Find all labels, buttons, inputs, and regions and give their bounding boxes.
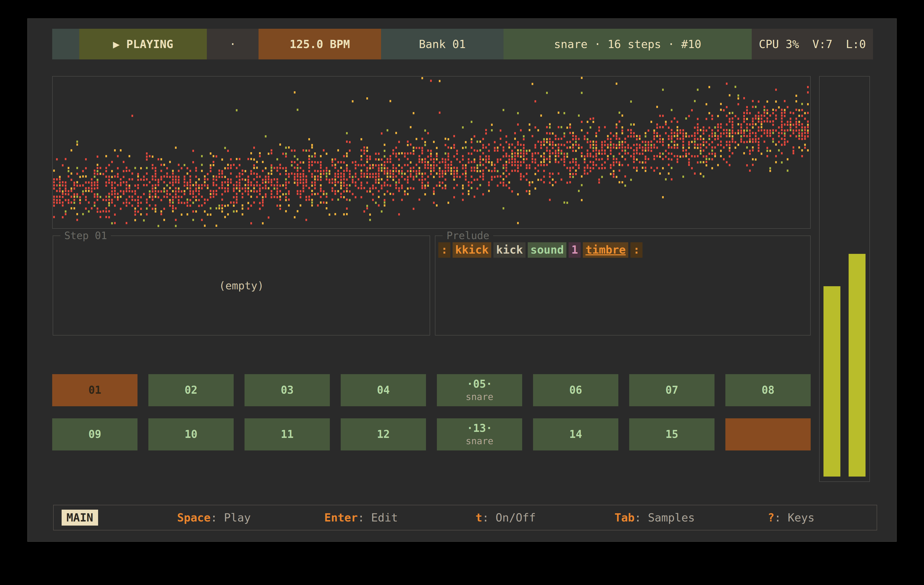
step-empty-text: (empty) [219, 279, 264, 292]
hint-play: Space: Play [177, 511, 251, 524]
vu-meter-right-bar [849, 254, 866, 476]
waveform-scatter [53, 77, 810, 228]
transport-status[interactable]: ▶ PLAYING [79, 29, 207, 59]
bank-display[interactable]: Bank 01 [381, 29, 503, 59]
top-bar: ▶ PLAYING · 125.0 BPM Bank 01 snare · 16… [52, 29, 873, 59]
step-label: 09 [88, 428, 101, 440]
code-token: : [438, 242, 450, 258]
step-label: 11 [281, 428, 294, 440]
step-label: 08 [762, 384, 774, 396]
vu-meter-left-bar [823, 286, 840, 476]
step-button-01[interactable]: 01 [52, 374, 137, 406]
bpm-value: 125.0 BPM [290, 38, 350, 51]
step-button-11[interactable]: 11 [244, 419, 330, 450]
cpu-stats-label: CPU 3% V:7 L:0 [759, 38, 866, 51]
step-label: 10 [185, 428, 197, 440]
track-info[interactable]: snare · 16 steps · #10 [503, 29, 752, 59]
step-label: 04 [377, 384, 390, 396]
code-token: 1 [569, 242, 581, 258]
code-token: kkick [452, 242, 491, 258]
step-button-12[interactable]: 12 [341, 419, 426, 450]
step-sample-name: snare [465, 436, 493, 447]
cpu-stats: CPU 3% V:7 L:0 [752, 29, 873, 59]
hint-onoff: t: On/Off [475, 511, 536, 524]
track-info-label: snare · 16 steps · #10 [554, 38, 701, 51]
status-bar: MAIN Space: Play Enter: Edit t: On/Off T… [53, 505, 877, 531]
hint-samples: Tab: Samples [614, 511, 695, 524]
separator-segment: · [207, 29, 259, 59]
prelude-panel[interactable]: Prelude : kkick kick sound 1 timbre : [435, 236, 811, 336]
step-button-10[interactable]: 10 [148, 419, 234, 450]
code-token: kick [493, 242, 526, 258]
step-button-15[interactable]: 15 [629, 419, 714, 450]
step-button-04[interactable]: 04 [341, 374, 426, 406]
prelude-panel-title: Prelude [443, 230, 493, 242]
step-grid: 01 02 03 04 ·05·snare 06 07 08 09 10 11 … [52, 374, 811, 450]
step-button-16[interactable] [725, 419, 811, 450]
step-button-09[interactable]: 09 [52, 419, 137, 450]
step-button-07[interactable]: 07 [629, 374, 714, 406]
step-button-08[interactable]: 08 [725, 374, 811, 406]
bpm-display[interactable]: 125.0 BPM [259, 29, 381, 59]
waveform-scatter-panel[interactable] [52, 76, 811, 229]
step-label: 01 [88, 384, 101, 396]
step-sample-name: snare [465, 392, 493, 402]
step-button-14[interactable]: 14 [533, 419, 618, 450]
hint-keys: ?: Keys [768, 511, 815, 524]
prelude-code-line[interactable]: : kkick kick sound 1 timbre : [438, 242, 810, 258]
step-label: 06 [569, 384, 582, 396]
code-token: timbre [583, 242, 628, 258]
step-label: 02 [185, 384, 197, 396]
step-label: ·13· [467, 422, 492, 435]
step-label: ·05· [467, 378, 492, 391]
code-token: sound [528, 242, 566, 258]
step-label: 12 [377, 428, 390, 440]
step-label: 03 [281, 384, 294, 396]
bank-label: Bank 01 [419, 38, 466, 51]
step-detail-panel[interactable]: Step 01 (empty) [53, 236, 430, 336]
vu-meter-panel [819, 76, 870, 482]
hint-edit: Enter: Edit [324, 511, 398, 524]
app-window: ▶ PLAYING · 125.0 BPM Bank 01 snare · 16… [27, 18, 897, 542]
separator-dot: · [229, 38, 236, 51]
play-icon-and-label: ▶ PLAYING [113, 38, 173, 51]
code-token: : [630, 242, 642, 258]
step-button-05[interactable]: ·05·snare [437, 374, 522, 406]
mode-badge: MAIN [62, 510, 98, 526]
step-button-03[interactable]: 03 [244, 374, 330, 406]
step-label: 15 [665, 428, 678, 440]
step-label: 14 [569, 428, 582, 440]
step-button-06[interactable]: 06 [533, 374, 618, 406]
corner-segment [52, 29, 79, 59]
step-panel-title: Step 01 [60, 230, 111, 242]
step-button-13[interactable]: ·13·snare [437, 419, 522, 450]
step-label: 07 [665, 384, 678, 396]
step-button-02[interactable]: 02 [148, 374, 234, 406]
